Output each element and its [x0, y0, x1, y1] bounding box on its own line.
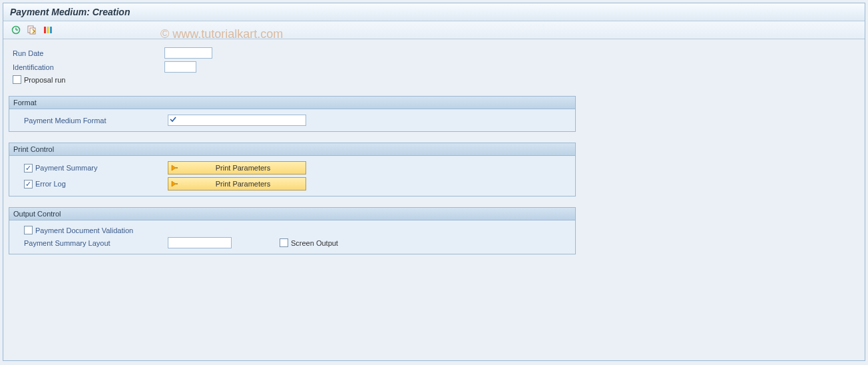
error-log-checkbox[interactable] — [24, 180, 33, 188]
run-date-row: Run Date — [9, 46, 859, 60]
print-control-group-title: Print Control — [9, 143, 575, 156]
screen-output-checkbox[interactable] — [280, 238, 288, 247]
toolbar — [3, 21, 865, 39]
payment-medium-format-label: Payment Medium Format — [13, 117, 168, 125]
payment-document-validation-checkbox[interactable] — [24, 226, 33, 234]
identification-label: Identification — [10, 63, 164, 71]
page-title: Payment Medium: Creation — [3, 3, 865, 21]
svg-rect-7 — [50, 27, 52, 33]
content-area: Run Date Identification Proposal run For… — [3, 39, 865, 261]
run-date-input[interactable] — [164, 47, 212, 59]
arrow-right-icon — [168, 164, 180, 172]
svg-rect-5 — [44, 27, 46, 33]
get-variant-icon[interactable] — [26, 24, 38, 36]
payment-summary-checkbox[interactable] — [24, 164, 33, 173]
proposal-run-checkbox[interactable] — [13, 75, 21, 84]
svg-rect-6 — [47, 27, 49, 33]
identification-row: Identification — [9, 60, 859, 74]
output-control-group: Output Control Payment Document Validati… — [9, 207, 576, 254]
selection-options-icon[interactable] — [42, 24, 54, 36]
format-group-title: Format — [9, 97, 575, 109]
payment-summary-layout-label: Payment Summary Layout — [13, 239, 168, 247]
print-parameters-label-2: Print Parameters — [180, 180, 306, 188]
payment-summary-print-parameters-button[interactable]: Print Parameters — [168, 161, 306, 175]
identification-input[interactable] — [164, 61, 196, 73]
payment-summary-label: Payment Summary — [35, 164, 98, 172]
payment-medium-format-input[interactable] — [168, 115, 306, 126]
app-window: Payment Medium: Creation © www.tutori — [3, 3, 865, 361]
arrow-right-icon — [168, 180, 180, 188]
error-log-print-parameters-button[interactable]: Print Parameters — [168, 177, 306, 190]
print-control-group: Print Control Payment Summary — [9, 143, 576, 196]
proposal-run-row: Proposal run — [9, 74, 859, 85]
proposal-run-label: Proposal run — [24, 76, 65, 84]
output-control-group-title: Output Control — [9, 208, 575, 220]
print-parameters-label-1: Print Parameters — [180, 164, 306, 172]
payment-summary-layout-input[interactable] — [168, 237, 232, 248]
payment-document-validation-label: Payment Document Validation — [35, 226, 133, 234]
run-date-label: Run Date — [10, 49, 164, 57]
screen-output-label: Screen Output — [291, 239, 338, 247]
format-group: Format Payment Medium Format — [9, 96, 576, 132]
error-log-label: Error Log — [35, 180, 66, 188]
execute-icon[interactable] — [10, 24, 22, 36]
